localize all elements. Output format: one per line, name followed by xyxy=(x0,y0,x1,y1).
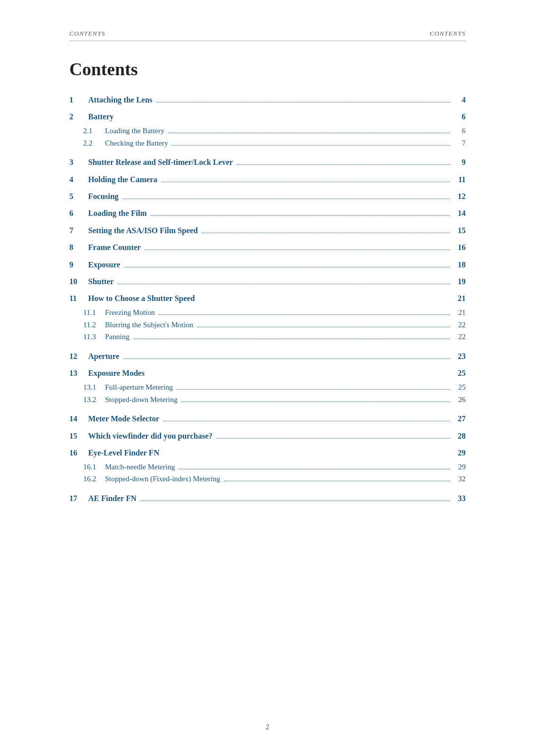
toc-sub-page: 22 xyxy=(452,331,466,343)
toc-section-row[interactable]: 11 How to Choose a Shutter Speed 21 xyxy=(69,292,466,305)
toc-title[interactable]: How to Choose a Shutter Speed xyxy=(88,292,452,305)
toc-subsection-row[interactable]: 16.1 Match-needle Metering 29 xyxy=(69,461,466,473)
toc-title[interactable]: Shutter Release and Self-timer/Lock Leve… xyxy=(88,156,233,169)
toc-sub-dots xyxy=(177,389,450,390)
toc-section-row[interactable]: 13 Exposure Modes 25 xyxy=(69,367,466,380)
toc-sub-dots xyxy=(181,402,450,402)
toc-section-row[interactable]: 17 AE Finder FN 33 xyxy=(69,492,466,505)
toc-section-row[interactable]: 4 Holding the Camera 11 xyxy=(69,173,466,186)
toc-num: 12 xyxy=(69,350,88,363)
toc-sub-title[interactable]: Panning xyxy=(105,331,129,343)
toc-num: 11 xyxy=(69,292,88,305)
toc-title[interactable]: Meter Mode Selector xyxy=(88,412,160,425)
toc-page: 29 xyxy=(452,447,466,459)
page-title: Contents xyxy=(69,59,466,80)
toc-section-row[interactable]: 6 Loading the Film 14 xyxy=(69,207,466,220)
toc-section-row[interactable]: 12 Aperture 23 xyxy=(69,350,466,363)
toc-subsection-row[interactable]: 11.2 Blurring the Subject's Motion 22 xyxy=(69,319,466,331)
toc-title[interactable]: Loading the Film xyxy=(88,207,147,220)
toc-title[interactable]: Eye-Level Finder FN xyxy=(88,447,452,459)
toc-title[interactable]: Battery xyxy=(88,110,452,123)
toc-title[interactable]: Exposure xyxy=(88,258,120,271)
toc-sub-page: 21 xyxy=(452,306,466,319)
toc-num: 1 xyxy=(69,94,88,106)
toc-subsection-row[interactable]: 13.2 Stopped-down Metering 26 xyxy=(69,394,466,406)
toc-sub-title[interactable]: Loading the Battery xyxy=(105,125,164,137)
toc-sub-num: 16.1 xyxy=(83,461,105,473)
toc-section-row[interactable]: 16 Eye-Level Finder FN 29 xyxy=(69,447,466,459)
toc-page: 25 xyxy=(452,367,466,380)
toc-sub-title[interactable]: Blurring the Subject's Motion xyxy=(105,319,193,331)
toc-dots-spacer xyxy=(216,438,450,439)
toc-page: 12 xyxy=(452,190,466,203)
toc-subsection-row[interactable]: 2.1 Loading the Battery 6 xyxy=(69,125,466,137)
toc-dots-spacer xyxy=(118,284,450,284)
toc-sub-title[interactable]: Freezing Motion xyxy=(105,306,155,319)
toc-dots-spacer xyxy=(237,164,450,165)
toc-title[interactable]: Focusing xyxy=(88,190,118,203)
toc-sub-num: 2.2 xyxy=(83,137,105,150)
toc-dots-spacer xyxy=(151,215,450,216)
toc-sub-title[interactable]: Stopped-down (Fixed-index) Metering xyxy=(105,473,220,485)
toc-sub-dots xyxy=(168,133,450,133)
toc-subsection-row[interactable]: 16.2 Stopped-down (Fixed-index) Metering… xyxy=(69,473,466,485)
toc-section-row[interactable]: 2 Battery 6 xyxy=(69,110,466,123)
toc-sub-num: 13.1 xyxy=(83,381,105,394)
toc-section-row[interactable]: 10 Shutter 19 xyxy=(69,275,466,288)
toc-title[interactable]: Setting the ASA/ISO Film Speed xyxy=(88,224,198,237)
toc-section-row[interactable]: 3 Shutter Release and Self-timer/Lock Le… xyxy=(69,156,466,169)
toc-title[interactable]: Frame Counter xyxy=(88,241,141,254)
toc-sub-dots xyxy=(179,469,450,469)
toc-sub-num: 11.2 xyxy=(83,319,105,331)
toc-dots-spacer xyxy=(202,233,450,233)
toc-sub-num: 11.1 xyxy=(83,306,105,319)
toc-num: 6 xyxy=(69,207,88,220)
toc-section-row[interactable]: 8 Frame Counter 16 xyxy=(69,241,466,254)
toc-title[interactable]: Attaching the Lens xyxy=(88,94,153,106)
toc-title[interactable]: Holding the Camera xyxy=(88,173,158,186)
toc-dots-spacer xyxy=(157,102,450,102)
toc-page: 18 xyxy=(452,258,466,271)
toc-section-row[interactable]: 1 Attaching the Lens 4 xyxy=(69,94,466,106)
toc-title[interactable]: Which viewfinder did you purchase? xyxy=(88,430,213,443)
toc-section-row[interactable]: 7 Setting the ASA/ISO Film Speed 15 xyxy=(69,224,466,237)
header-left: CONTENTS xyxy=(69,30,106,38)
toc-sub-title[interactable]: Match-needle Metering xyxy=(105,461,175,473)
toc-page: 23 xyxy=(452,350,466,363)
toc-sub-title[interactable]: Stopped-down Metering xyxy=(105,394,177,406)
toc-title[interactable]: AE Finder FN xyxy=(88,492,136,505)
toc-section-row[interactable]: 14 Meter Mode Selector 27 xyxy=(69,412,466,425)
toc-page: 19 xyxy=(452,275,466,288)
toc-subsection-row[interactable]: 2.2 Checking the Battery 7 xyxy=(69,137,466,150)
toc-dots-spacer xyxy=(124,267,450,267)
toc-page: 21 xyxy=(452,292,466,305)
toc-section-row[interactable]: 9 Exposure 18 xyxy=(69,258,466,271)
toc-subsection-row[interactable]: 11.1 Freezing Motion 21 xyxy=(69,306,466,319)
toc-num: 16 xyxy=(69,447,88,459)
toc-title[interactable]: Shutter xyxy=(88,275,114,288)
toc-page: 27 xyxy=(452,412,466,425)
toc-num: 10 xyxy=(69,275,88,288)
toc-section-row[interactable]: 5 Focusing 12 xyxy=(69,190,466,203)
toc-dots-spacer xyxy=(145,250,450,250)
toc-page: 16 xyxy=(452,241,466,254)
toc-num: 4 xyxy=(69,173,88,186)
toc-sub-title[interactable]: Full-aperture Metering xyxy=(105,381,173,394)
toc-sub-title[interactable]: Checking the Battery xyxy=(105,137,168,150)
toc-num: 5 xyxy=(69,190,88,203)
toc-subsection-row[interactable]: 13.1 Full-aperture Metering 25 xyxy=(69,381,466,394)
toc-num: 9 xyxy=(69,258,88,271)
toc-sub-page: 26 xyxy=(452,394,466,406)
page-header: CONTENTS CONTENTS xyxy=(69,30,466,41)
toc-sub-num: 16.2 xyxy=(83,473,105,485)
toc-page: 15 xyxy=(452,224,466,237)
page: CONTENTS CONTENTS Contents 1 Attaching t… xyxy=(0,0,535,756)
toc-dots-spacer xyxy=(163,421,450,421)
toc-section-row[interactable]: 15 Which viewfinder did you purchase? 28 xyxy=(69,430,466,443)
toc-title[interactable]: Exposure Modes xyxy=(88,367,452,380)
toc-subsection-row[interactable]: 11.3 Panning 22 xyxy=(69,331,466,343)
toc-num: 15 xyxy=(69,430,88,443)
toc-sub-dots xyxy=(224,481,450,481)
toc-page: 4 xyxy=(452,94,466,106)
toc-title[interactable]: Aperture xyxy=(88,350,119,363)
